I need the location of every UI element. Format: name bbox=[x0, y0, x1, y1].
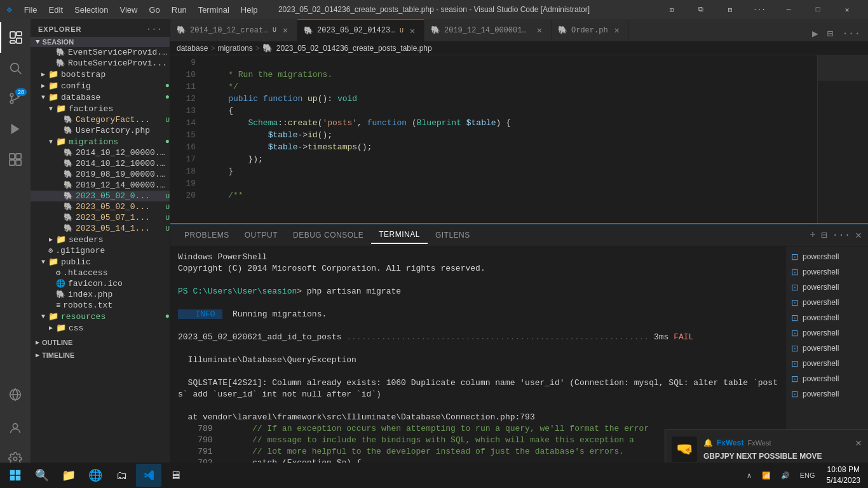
tab-categories[interactable]: 🐘 2014_10_12_create_categories_table.php… bbox=[170, 19, 297, 41]
sidebar-item-22[interactable]: 🐘index.php bbox=[31, 289, 170, 300]
timeline-section[interactable]: ▶ TIMELINE bbox=[31, 349, 170, 362]
panel-close-icon[interactable]: ✕ bbox=[855, 229, 862, 241]
terminal-instance-1[interactable]: ⊡ powershell bbox=[786, 249, 868, 264]
add-terminal-icon[interactable]: + bbox=[810, 229, 816, 241]
panel-tab-debug[interactable]: DEBUG CONSOLE bbox=[285, 227, 371, 243]
menu-help[interactable]: Help bbox=[236, 4, 263, 16]
panel-tab-terminal[interactable]: TERMINAL bbox=[371, 226, 428, 244]
root-folder[interactable]: ▼ SEASION bbox=[31, 37, 170, 47]
close-button[interactable]: ✕ bbox=[832, 0, 862, 19]
split-editor-icon[interactable]: ⊟ bbox=[825, 26, 836, 41]
terminal-taskbar-button[interactable]: 🖥 bbox=[163, 464, 188, 487]
more-icon[interactable]: ··· bbox=[745, 0, 774, 19]
remote-icon[interactable] bbox=[0, 379, 31, 410]
terminal-instance-9[interactable]: ⊡ powershell bbox=[786, 371, 868, 386]
sidebar-item-5[interactable]: ▼📁factories bbox=[31, 103, 170, 114]
terminal-instance-7[interactable]: ⊡ powershell bbox=[786, 341, 868, 356]
menu-file[interactable]: File bbox=[19, 4, 43, 16]
browser-button[interactable]: 🌐 bbox=[83, 464, 108, 487]
sidebar-item-14[interactable]: 🐘2023_05_02_0...U bbox=[31, 201, 170, 212]
run-icon[interactable]: ▶ bbox=[810, 26, 821, 41]
sidebar-item-1[interactable]: 🐘RouteServiceProvi... bbox=[31, 58, 170, 69]
panel-tab-output[interactable]: OUTPUT bbox=[237, 227, 285, 243]
breadcrumb-filename[interactable]: 2023_05_02_014236_create_posts_table.php bbox=[276, 44, 432, 53]
code-content[interactable]: * Run the migrations. */ public function… bbox=[202, 55, 817, 223]
menu-terminal[interactable]: Terminal bbox=[193, 4, 234, 16]
tray-lang-icon[interactable]: ENG bbox=[796, 470, 819, 480]
sidebar-item-13[interactable]: 🐘2023_05_02_0...U bbox=[31, 191, 170, 201]
vscode-taskbar-button[interactable] bbox=[136, 464, 161, 487]
terminal-instance-5[interactable]: ⊡ powershell bbox=[786, 310, 868, 325]
tab-posts-close-icon[interactable]: ✕ bbox=[407, 25, 417, 36]
breadcrumb-database[interactable]: database bbox=[177, 44, 208, 53]
panel-tab-gitlens[interactable]: GITLENS bbox=[428, 227, 478, 243]
tab-posts[interactable]: 🐘 2023_05_02_014236_create_posts_table.p… bbox=[297, 19, 424, 41]
menu-edit[interactable]: Edit bbox=[44, 4, 68, 16]
split-icon[interactable]: ⧉ bbox=[686, 0, 715, 19]
sidebar-item-21[interactable]: 🌐favicon.ico bbox=[31, 278, 170, 289]
taskbar-clock[interactable]: 10:08 PM 5/14/2023 bbox=[822, 463, 865, 487]
sidebar-item-3[interactable]: ▶📁config● bbox=[31, 80, 170, 92]
search-icon[interactable] bbox=[0, 53, 31, 83]
tray-network-icon[interactable]: 📶 bbox=[758, 470, 775, 481]
sidebar-item-4[interactable]: ▼📁database● bbox=[31, 92, 170, 103]
explorer-more-icon[interactable]: ··· bbox=[146, 24, 162, 34]
minimize-button[interactable]: ─ bbox=[774, 0, 803, 19]
sidebar-item-15[interactable]: 🐘2023_05_07_1...U bbox=[31, 212, 170, 223]
search-button[interactable]: 🔍 bbox=[29, 464, 55, 487]
outline-section[interactable]: ▶ OUTLINE bbox=[31, 336, 170, 349]
sidebar-item-12[interactable]: 🐘2019_12_14_00000... bbox=[31, 180, 170, 191]
terminal-instance-3[interactable]: ⊡ powershell bbox=[786, 280, 868, 295]
terminal-instance-8[interactable]: ⊡ powershell bbox=[786, 356, 868, 371]
menu-run[interactable]: Run bbox=[166, 4, 192, 16]
tab-tokens-close-icon[interactable]: ✕ bbox=[534, 25, 545, 36]
source-control-icon[interactable]: 28 bbox=[0, 83, 31, 114]
sidebar-item-25[interactable]: ▶📁css bbox=[31, 322, 170, 334]
terminal-instance-6[interactable]: ⊡ powershell bbox=[786, 325, 868, 341]
start-button[interactable] bbox=[3, 464, 28, 487]
account-icon[interactable] bbox=[0, 413, 31, 444]
menu-selection[interactable]: Selection bbox=[69, 4, 113, 16]
sidebar-item-10[interactable]: 🐘2014_10_12_10000... bbox=[31, 158, 170, 169]
terminal-instance-2[interactable]: ⊡ powershell bbox=[786, 264, 868, 280]
tab-categories-close-icon[interactable]: ✕ bbox=[280, 25, 290, 36]
sidebar-item-20[interactable]: ⚙.htaccess bbox=[31, 268, 170, 278]
code-editor[interactable]: 9 10 11 12 13 14 15 16 17 18 19 20 * Run… bbox=[170, 55, 868, 223]
sidebar-item-23[interactable]: ≡robots.txt bbox=[31, 300, 170, 311]
sidebar-item-19[interactable]: ▼📁public bbox=[31, 256, 170, 268]
split-terminal-icon[interactable]: ⊟ bbox=[821, 229, 827, 241]
tray-up-icon[interactable]: ∧ bbox=[743, 470, 756, 481]
menu-go[interactable]: Go bbox=[144, 4, 165, 16]
panel-more-icon[interactable]: ··· bbox=[832, 229, 851, 241]
sidebar-item-24[interactable]: ▼📁resources● bbox=[31, 311, 170, 322]
sidebar-item-6[interactable]: 🐘CategoryFact...U bbox=[31, 114, 170, 125]
tray-volume-icon[interactable]: 🔊 bbox=[777, 470, 794, 481]
sidebar-item-11[interactable]: 🐘2019_08_19_00000... bbox=[31, 169, 170, 180]
sidebar-item-16[interactable]: 🐘2023_05_14_1...U bbox=[31, 223, 170, 234]
tab-order-close-icon[interactable]: ✕ bbox=[612, 25, 622, 36]
panels-icon[interactable]: ⊟ bbox=[715, 0, 745, 19]
tabs-more-icon[interactable]: ··· bbox=[839, 27, 863, 41]
tab-order[interactable]: 🐘 Order.ph ✕ bbox=[552, 19, 629, 41]
sidebar-item-9[interactable]: 🐘2014_10_12_00000... bbox=[31, 147, 170, 158]
tab-tokens[interactable]: 🐘 2019_12_14_000001_create_personal_acce… bbox=[424, 19, 552, 41]
terminal-instance-4[interactable]: ⊡ powershell bbox=[786, 295, 868, 310]
xampp-button[interactable]: 🗂 bbox=[109, 464, 135, 487]
maximize-button[interactable]: □ bbox=[803, 0, 832, 19]
sidebar-item-7[interactable]: 🐘UserFactory.php bbox=[31, 125, 170, 136]
breadcrumb-migrations[interactable]: migrations bbox=[217, 44, 252, 53]
sidebar-item-18[interactable]: ⚙.gitignore bbox=[31, 245, 170, 256]
run-debug-icon[interactable] bbox=[0, 114, 31, 144]
sidebar-item-2[interactable]: ▶📁bootstrap bbox=[31, 69, 170, 80]
terminal-instance-10[interactable]: ⊡ powershell bbox=[786, 386, 868, 402]
sidebar-item-17[interactable]: ▶📁seeders bbox=[31, 234, 170, 245]
explorer-icon[interactable] bbox=[0, 22, 31, 53]
menu-view[interactable]: View bbox=[114, 4, 142, 16]
extensions-icon[interactable] bbox=[0, 144, 31, 175]
file-explorer-button[interactable]: 📁 bbox=[56, 464, 81, 487]
notification-close-icon[interactable]: ✕ bbox=[855, 437, 862, 449]
layout-icon[interactable]: ⊡ bbox=[657, 0, 686, 19]
sidebar-item-8[interactable]: ▼📁migrations● bbox=[31, 136, 170, 147]
sidebar-item-0[interactable]: 🐘EventServiceProvid... bbox=[31, 47, 170, 58]
panel-tab-problems[interactable]: PROBLEMS bbox=[177, 227, 237, 243]
